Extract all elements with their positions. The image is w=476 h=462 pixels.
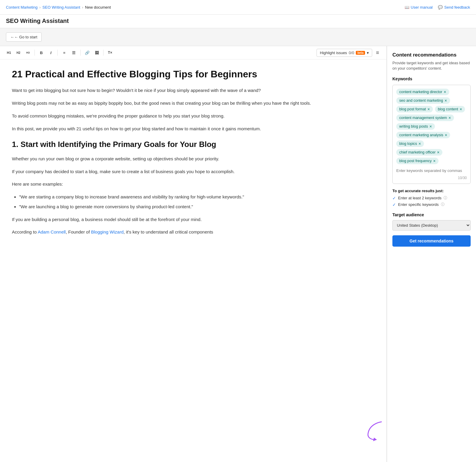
article-para-3: To avoid common blogging mistakes, we're… <box>12 112 375 120</box>
keyword-input[interactable] <box>396 167 467 174</box>
article-para-9: According to Adam Connell, Founder of Bl… <box>12 228 375 236</box>
blogging-wizard-link[interactable]: Blogging Wizard <box>91 229 123 234</box>
article-para-5: Whether you run your own blog or grow a … <box>12 155 375 163</box>
breadcrumb: Content Marketing › SEO Writing Assistan… <box>6 5 111 10</box>
keyword-tag: blog post frequency× <box>396 158 439 164</box>
keyword-tag: content management system× <box>396 115 454 121</box>
remove-keyword-button[interactable]: × <box>444 98 447 103</box>
article-para-6: If your company has decided to start a b… <box>12 168 375 176</box>
beta-badge: beta <box>356 51 365 55</box>
link-button[interactable]: 🔗 <box>83 48 91 57</box>
article-heading-1: 21 Practical and Effective Blogging Tips… <box>12 68 375 80</box>
main-layout: H1 H2 H3 B I ≡ ☰ 🔗 🖼 T× Highlight issues… <box>0 46 476 462</box>
separator <box>35 50 35 56</box>
remove-keyword-button[interactable]: × <box>430 124 432 129</box>
tip-text-2: Enter specific keywords <box>398 202 439 207</box>
article-bullet-list: "We are starting a company blog to incre… <box>19 193 375 211</box>
book-icon: 📖 <box>405 5 409 10</box>
user-manual-link[interactable]: 📖 User manual <box>405 5 433 10</box>
article-para-7: Here are some examples: <box>12 181 375 188</box>
remove-keyword-button[interactable]: × <box>460 107 462 111</box>
bold-button[interactable]: B <box>37 48 46 57</box>
keywords-label: Keywords <box>392 76 471 81</box>
italic-button[interactable]: I <box>47 48 55 57</box>
keywords-tags: content marketing director×seo and conte… <box>396 89 467 164</box>
tip-item-2: ✓ Enter specific keywords ⓘ <box>392 202 471 207</box>
adam-connell-link[interactable]: Adam Connell <box>38 229 66 234</box>
page-header: SEO Writing Assistant <box>0 15 476 28</box>
article-para-4: In this post, we provide you with 21 use… <box>12 125 375 133</box>
send-feedback-link[interactable]: 💬 Send feedback <box>438 5 470 10</box>
get-recommendations-button[interactable]: Get recommendations <box>392 235 471 247</box>
breadcrumb-current: New document <box>85 5 111 10</box>
article-para-2: Writing blog posts may not be as easy as… <box>12 100 375 107</box>
remove-keyword-button[interactable]: × <box>433 159 436 163</box>
separator3 <box>80 50 81 56</box>
article-para-8: If you are building a personal blog, a b… <box>12 216 375 223</box>
issues-count-badge: 0/0 <box>349 51 354 55</box>
editor-panel: H1 H2 H3 B I ≡ ☰ 🔗 🖼 T× Highlight issues… <box>0 46 387 462</box>
keywords-box[interactable]: content marketing director×seo and conte… <box>392 85 471 184</box>
remove-keyword-button[interactable]: × <box>445 133 447 137</box>
separator2 <box>57 50 58 56</box>
remove-keyword-button[interactable]: × <box>428 107 430 111</box>
sidebar-panel: Content recommendations Provide target k… <box>387 46 476 462</box>
keyword-tag: seo and content marketing× <box>396 97 450 104</box>
target-audience-label: Target audience <box>392 212 471 217</box>
top-actions: 📖 User manual 💬 Send feedback <box>405 5 470 10</box>
tip-text-1: Enter at least 2 keywords <box>398 196 441 200</box>
info-icon-1[interactable]: ⓘ <box>444 195 447 201</box>
editor-content[interactable]: 21 Practical and Effective Blogging Tips… <box>0 59 386 462</box>
article-para-1: Want to get into blogging but not sure h… <box>12 87 375 94</box>
more-menu-button[interactable]: ≡ <box>373 48 382 57</box>
keywords-count: 10/30 <box>396 176 467 180</box>
article-heading-2: 1. Start with Identifying the Primary Go… <box>12 140 375 149</box>
breadcrumb-seo-writing-assistant[interactable]: SEO Writing Assistant <box>43 5 80 10</box>
highlight-issues-button[interactable]: Highlight issues 0/0 beta ▾ <box>317 49 372 57</box>
page-title: SEO Writing Assistant <box>6 18 470 24</box>
separator4 <box>103 50 104 56</box>
keyword-tag: chief marketing officer× <box>396 149 442 156</box>
go-to-start-button[interactable]: ← ← Go to start <box>6 32 42 42</box>
remove-keyword-button[interactable]: × <box>437 150 439 154</box>
check-icon-2: ✓ <box>392 202 396 207</box>
tips-section: To get accurate results just: ✓ Enter at… <box>392 189 471 207</box>
clear-format-button[interactable]: T× <box>106 48 114 57</box>
h3-button[interactable]: H3 <box>24 48 32 57</box>
keyword-tag: blog topics× <box>396 140 424 147</box>
keyword-tag: blog post format× <box>396 106 433 112</box>
keyword-tag: writing blog posts× <box>396 123 435 130</box>
breadcrumb-content-marketing[interactable]: Content Marketing <box>6 5 37 10</box>
keyword-tag: blog content× <box>435 106 465 112</box>
content-recommendations-title: Content recommendations <box>392 52 471 58</box>
arrow-left-icon: ← <box>10 35 14 39</box>
tips-title: To get accurate results just: <box>392 189 471 193</box>
keyword-tag: content marketing director× <box>396 89 449 95</box>
top-bar: Content Marketing › SEO Writing Assistan… <box>0 0 476 15</box>
ordered-list-button[interactable]: ≡ <box>60 48 68 57</box>
check-icon-1: ✓ <box>392 196 396 201</box>
remove-keyword-button[interactable]: × <box>444 90 446 94</box>
unordered-list-button[interactable]: ☰ <box>70 48 78 57</box>
list-item: "We are starting a company blog to incre… <box>19 193 375 201</box>
feedback-icon: 💬 <box>438 5 443 10</box>
keyword-tag: content marketing analysis× <box>396 132 450 138</box>
h2-button[interactable]: H2 <box>14 48 23 57</box>
target-audience-select[interactable]: United States (Desktop)United Kingdom (D… <box>392 220 471 231</box>
chevron-down-icon: ▾ <box>367 51 369 55</box>
tip-item-1: ✓ Enter at least 2 keywords ⓘ <box>392 195 471 201</box>
image-button[interactable]: 🖼 <box>93 48 101 57</box>
info-icon-2[interactable]: ⓘ <box>441 202 444 207</box>
list-item: "We are launching a blog to generate mor… <box>19 203 375 211</box>
remove-keyword-button[interactable]: × <box>419 142 421 146</box>
h1-button[interactable]: H1 <box>5 48 13 57</box>
highlight-issues-label: Highlight issues <box>320 51 347 55</box>
remove-keyword-button[interactable]: × <box>449 116 451 120</box>
content-recommendations-subtitle: Provide target keywords and get ideas ba… <box>392 60 471 71</box>
go-to-start-bar: ← ← Go to start <box>0 28 476 46</box>
editor-toolbar: H1 H2 H3 B I ≡ ☰ 🔗 🖼 T× Highlight issues… <box>0 46 386 59</box>
